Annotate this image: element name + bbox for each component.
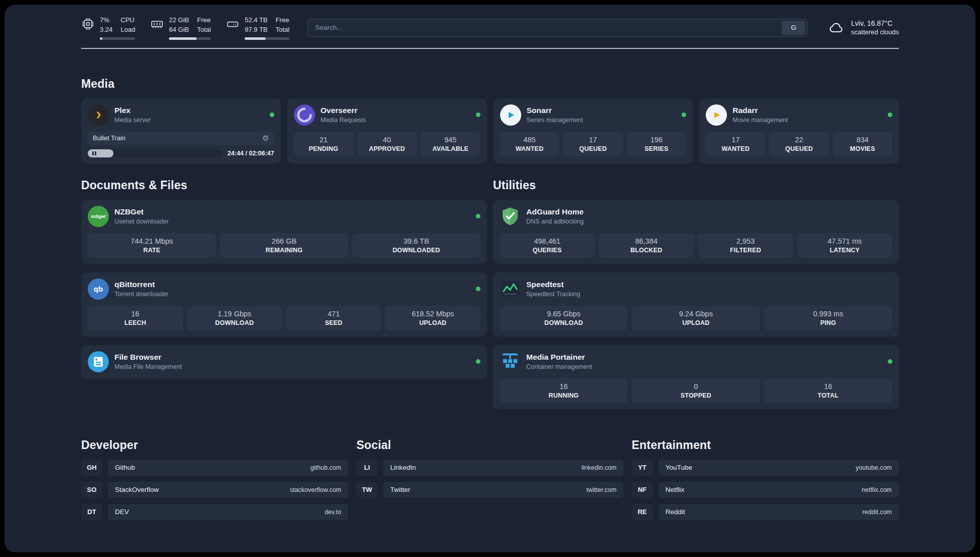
bookmark-url: netflix.com <box>862 486 892 493</box>
bookmark-linkedin: LI LinkedIn linkedin.com <box>356 460 624 476</box>
plex-card[interactable]: Plex Media server Bullet Train ⚙ <box>81 98 281 163</box>
stat-value: 17 <box>565 136 621 144</box>
radarr-card[interactable]: Radarr Movie management 17 WANTED 22 QUE… <box>699 98 899 163</box>
radarr-icon <box>706 104 727 126</box>
section-title-entertainment: Entertainment <box>632 438 899 452</box>
app-name: Speedtest <box>526 280 580 289</box>
cpu-label: CPU <box>120 16 135 25</box>
app-subtitle: Media server <box>114 117 151 124</box>
section-media: Media Plex Media server <box>81 77 899 163</box>
stat-label: QUERIES <box>502 247 593 254</box>
stat-tile: 9.24 Gbps UPLOAD <box>632 306 760 330</box>
stat-label: RATE <box>90 247 214 254</box>
stat-value: 86,384 <box>601 237 692 245</box>
pause-icon[interactable] <box>92 151 94 155</box>
top-bar: 7% 3.24 CPU Load <box>81 16 899 40</box>
stat-value: 9.24 Gbps <box>634 310 758 318</box>
portainer-icon <box>500 351 521 372</box>
stat-label: FILTERED <box>700 247 791 254</box>
stat-value: 0.993 ms <box>766 310 890 318</box>
qbittorrent-card[interactable]: qb qBittorrent Torrent downloader 16 LEE… <box>81 272 487 337</box>
bookmark-link[interactable]: Reddit reddit.com <box>658 504 899 520</box>
cpu-usage: 7% <box>100 16 112 25</box>
bookmark-link[interactable]: Twitter twitter.com <box>383 482 624 498</box>
settings-gear-icon[interactable]: ⚙ <box>262 134 269 143</box>
cpu-bar <box>100 37 135 40</box>
stat-value: 17 <box>708 136 763 144</box>
stat-value: 0 <box>634 382 758 391</box>
stat-value: 21 <box>296 136 351 144</box>
weather-location: Lviv, 16.87°C <box>851 19 899 27</box>
app-subtitle: DNS and adblocking <box>526 218 584 225</box>
stat-label: QUEUED <box>771 145 827 152</box>
stat-value: 196 <box>629 136 684 144</box>
storage-widget: 52.4 TB 97.9 TB Free Total <box>226 16 289 40</box>
stat-tile: 0.993 ms PING <box>764 306 892 330</box>
bookmark-url: reddit.com <box>863 509 892 516</box>
stat-value: 498,461 <box>502 237 593 245</box>
stat-label: TOTAL <box>766 392 890 399</box>
bookmark-url: dev.to <box>325 509 341 516</box>
stat-value: 39.6 TB <box>354 237 478 245</box>
stat-label: APPROVED <box>359 145 415 152</box>
plex-icon <box>88 104 109 126</box>
stat-tile: 17 WANTED <box>706 132 765 156</box>
stat-value: 47.571 ms <box>799 237 890 245</box>
stat-tile: 498,461 QUERIES <box>500 233 595 258</box>
bookmark-url: github.com <box>311 464 341 471</box>
bookmark-link[interactable]: Github github.com <box>108 460 348 476</box>
app-subtitle: Container management <box>526 363 592 370</box>
overseerr-icon <box>294 104 315 126</box>
bookmark-url: youtube.com <box>855 464 892 471</box>
memory-icon <box>150 17 164 31</box>
nzbget-card[interactable]: nzbget NZBGet Usenet downloader 744.21 M… <box>81 200 487 264</box>
overseerr-card[interactable]: Overseerr Media Requests 21 PENDING 40 A… <box>287 98 487 163</box>
stat-label: DOWNLOAD <box>502 319 626 326</box>
topbar-divider <box>81 48 899 49</box>
stat-label: PENDING <box>296 145 351 152</box>
search-engine-button[interactable]: G <box>782 21 805 35</box>
bookmark-link[interactable]: DEV dev.to <box>108 504 348 520</box>
search-input[interactable] <box>308 24 782 31</box>
stat-tile: 17 QUEUED <box>563 132 623 156</box>
stat-tile: 485 WANTED <box>500 132 560 156</box>
stat-value: 618.52 Mbps <box>387 310 478 318</box>
bookmark-link[interactable]: Netflix netflix.com <box>658 482 899 498</box>
stat-value: 266 GB <box>222 237 346 245</box>
github-icon: GH <box>81 460 102 476</box>
search-bar: G <box>308 19 808 37</box>
bookmark-link[interactable]: LinkedIn linkedin.com <box>383 460 624 476</box>
speedtest-card[interactable]: Speedtest Speedtest Tracking 9.65 Gbps D… <box>493 272 899 337</box>
bookmark-link[interactable]: StackOverflow stackoverflow.com <box>108 482 348 498</box>
status-dot <box>476 287 480 291</box>
stat-tile: 47.571 ms LATENCY <box>797 233 892 258</box>
stat-label: LATENCY <box>799 247 890 254</box>
filebrowser-card[interactable]: File Browser Media File Management <box>81 345 487 378</box>
weather-widget: Lviv, 16.87°C scattered clouds <box>826 19 899 36</box>
memory-total-value: 64 GiB <box>169 25 189 35</box>
section-title-media: Media <box>81 77 899 91</box>
linkedin-icon: LI <box>356 460 378 476</box>
memory-free-label: Free <box>197 16 211 25</box>
bookmark-github: GH Github github.com <box>81 460 348 476</box>
stat-label: AVAILABLE <box>423 145 478 152</box>
playback-progress-track <box>88 149 222 157</box>
section-entertainment: Entertainment YT YouTube youtube.com NF … <box>632 438 899 526</box>
status-dot <box>476 214 480 218</box>
status-dot <box>476 113 480 117</box>
portainer-card[interactable]: Media Portainer Container management 16 … <box>493 345 899 409</box>
stat-tile: 0 STOPPED <box>632 378 760 403</box>
cpu-bar-fill <box>100 37 102 40</box>
storage-bar <box>244 37 289 40</box>
bookmark-link[interactable]: YouTube youtube.com <box>658 460 899 476</box>
twitter-icon: TW <box>356 482 378 498</box>
stat-value: 16 <box>502 382 626 391</box>
stat-label: PING <box>766 319 890 326</box>
stat-value: 16 <box>90 310 181 318</box>
section-title-social: Social <box>356 438 624 452</box>
adguard-card[interactable]: AdGuard Home DNS and adblocking 498,461 … <box>493 200 899 264</box>
netflix-icon: NF <box>632 482 653 498</box>
stat-label: MOVIES <box>835 145 890 152</box>
sonarr-card[interactable]: Sonarr Series management 485 WANTED 17 Q… <box>494 98 693 163</box>
stat-value: 22 <box>771 136 827 144</box>
